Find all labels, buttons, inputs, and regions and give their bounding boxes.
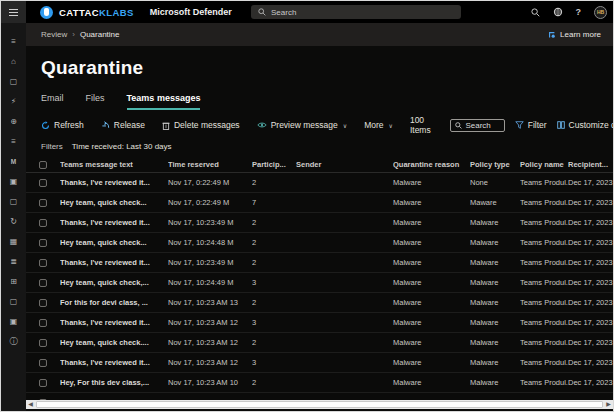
select-all-checkbox[interactable]	[39, 161, 47, 169]
table-row[interactable]: Hey, For this dev class,... Nov 17, 10:2…	[26, 373, 613, 393]
hamburger-icon[interactable]	[1, 1, 26, 23]
refresh-button[interactable]: Refresh	[41, 120, 84, 130]
table-row[interactable]: Hey team, quick check,... Nov 17, 10:24:…	[26, 273, 613, 293]
tab-files[interactable]: Files	[86, 93, 105, 110]
row-checkbox[interactable]	[39, 199, 47, 207]
learning-hub-icon[interactable]: ≡	[1, 131, 26, 151]
customize-columns-button[interactable]: Customize columns ∨	[557, 120, 614, 130]
column-header[interactable]: Policy name	[520, 160, 568, 169]
scroll-right-icon[interactable]: ▶	[604, 400, 613, 409]
scroll-left-icon[interactable]: ◀	[26, 400, 35, 409]
column-header[interactable]: Time reserved	[168, 160, 252, 169]
table-row[interactable]: For this for devi class, ... Nov 17, 10:…	[26, 293, 613, 313]
global-search-input[interactable]: Search	[251, 5, 461, 19]
row-checkbox[interactable]	[39, 219, 47, 227]
tab-email[interactable]: Email	[41, 93, 64, 110]
table-row[interactable]: Hey team, quick check... Nov 17, 0:22:49…	[26, 193, 613, 213]
filter-button[interactable]: Filter	[515, 120, 547, 130]
table-row[interactable]: Thanks, I've reviewed it... Nov 17, 10:2…	[26, 253, 613, 273]
cell-policy-type: Malware	[470, 258, 520, 267]
m365-apps-icon[interactable]: M	[1, 151, 26, 171]
filter-time-received[interactable]: Time received: Last 30 days	[72, 142, 172, 151]
row-checkbox[interactable]	[39, 239, 47, 247]
cell-policy-name: Teams Produl...	[520, 178, 568, 187]
more-button[interactable]: More ∨	[364, 120, 393, 130]
row-checkbox[interactable]	[39, 299, 47, 307]
release-button[interactable]: Release	[101, 120, 145, 130]
column-header[interactable]: Quarantine reason	[393, 160, 470, 169]
assets-icon[interactable]: ▣	[1, 171, 26, 191]
row-checkbox[interactable]	[39, 259, 47, 267]
devices-icon[interactable]: ▢	[1, 191, 26, 211]
home-icon[interactable]: ⌂	[1, 51, 26, 71]
cell-policy-name: Teams Produl...	[520, 278, 568, 287]
row-checkbox[interactable]	[39, 279, 47, 287]
filter-icon	[515, 121, 524, 129]
settings-icon[interactable]	[553, 7, 563, 17]
column-header[interactable]: Particip...	[252, 160, 296, 169]
cell-message[interactable]: Hey team, quick check....	[60, 338, 168, 347]
secure-score-icon[interactable]: ⊕	[1, 111, 26, 131]
row-checkbox[interactable]	[39, 179, 47, 187]
cell-message[interactable]: Thanks, I've reviewed it...	[60, 258, 168, 267]
cell-message[interactable]: Thanks, I've reviewed it...	[60, 218, 168, 227]
settings-icon[interactable]: ⓘ	[1, 331, 26, 351]
cell-message[interactable]: Hey, For this dev class,...	[60, 378, 168, 387]
identities-icon[interactable]: ↻	[1, 211, 26, 231]
nav-menu-icon[interactable]: ≡	[1, 31, 26, 51]
cell-policy-type: Malware	[470, 318, 520, 327]
cell-policy-name: Teams Produl...	[520, 358, 568, 367]
table-row[interactable]: Thanks, I've reviewed it... Nov 17, 10:2…	[26, 353, 613, 373]
actions-submissions-icon[interactable]: ⚡	[1, 91, 26, 111]
column-header[interactable]: Policy type	[470, 160, 520, 169]
brand: CATTACKLABS Microsoft Defender	[40, 6, 232, 19]
horizontal-scrollbar[interactable]: ◀ ▶	[26, 400, 613, 409]
table-search-input[interactable]: Search	[450, 119, 504, 132]
global-search-placeholder: Search	[271, 8, 296, 17]
cell-message[interactable]: Thanks, I've reviewed it...	[60, 318, 168, 327]
row-checkbox[interactable]	[39, 379, 47, 387]
column-header[interactable]: Teams message text	[60, 160, 168, 169]
release-icon	[101, 121, 110, 130]
delete-messages-button[interactable]: Delete messages	[162, 120, 240, 130]
cell-message[interactable]: Hey team, quick check...	[60, 238, 168, 247]
breadcrumb-review[interactable]: Review	[41, 30, 67, 39]
scrollbar-thumb[interactable]	[36, 401, 603, 408]
cell-message[interactable]: Thanks, I've reviewed it...	[60, 178, 168, 187]
table-search-placeholder: Search	[465, 121, 490, 130]
cell-message[interactable]: Hey team, quick check,...	[60, 278, 168, 287]
table-row[interactable]: Hey team, quick check... Nov 17, 10:24:4…	[26, 233, 613, 253]
table-row[interactable]: Thanks, I've reviewed it... Nov 17, 10:2…	[26, 313, 613, 333]
table-row[interactable]: Thanks, I've reviewed it... Nov 17, 0:22…	[26, 173, 613, 193]
search-icon[interactable]	[531, 8, 540, 17]
cell-message[interactable]: Hey team, quick check...	[60, 198, 168, 207]
table-row[interactable]: Thanks, I've reviewed it... Nov 17, 10:2…	[26, 213, 613, 233]
audit-icon[interactable]: ▢	[1, 291, 26, 311]
cell-participants: 2	[252, 258, 296, 267]
row-checkbox[interactable]	[39, 339, 47, 347]
cell-message[interactable]: For this for devi class, ...	[60, 298, 168, 307]
cell-policy-type: Malware	[470, 278, 520, 287]
email-collaboration-icon[interactable]: ▦	[1, 231, 26, 251]
tab-teams-messages[interactable]: Teams messages	[127, 93, 201, 110]
column-header[interactable]: Sender	[296, 160, 393, 169]
preview-message-button[interactable]: Preview message ∨	[257, 120, 348, 130]
row-checkbox[interactable]	[39, 319, 47, 327]
table-row[interactable]: Hey team, quick check.... Nov 17, 10:23 …	[26, 333, 613, 353]
incidents-icon[interactable]: ▢	[1, 71, 26, 91]
learn-more-link[interactable]: Learn more	[548, 30, 601, 39]
column-header[interactable]: Recipient...	[568, 160, 613, 169]
search-icon	[455, 122, 462, 129]
cell-policy-type: Malware	[470, 378, 520, 387]
search-icon	[258, 8, 266, 16]
cell-message[interactable]: Thanks, I've reviewed it...	[60, 358, 168, 367]
reports-icon[interactable]: ⊞	[1, 271, 26, 291]
cloud-apps-icon[interactable]: ≣	[1, 251, 26, 271]
cell-reason: Malware	[393, 358, 470, 367]
cell-time: Nov 17, 10:23 AM 10	[168, 378, 252, 387]
health-icon[interactable]: ▣	[1, 311, 26, 331]
cell-policy-type: Malware	[470, 358, 520, 367]
avatar[interactable]: HB	[594, 6, 607, 19]
row-checkbox[interactable]	[39, 359, 47, 367]
help-icon[interactable]: ?	[576, 7, 582, 17]
